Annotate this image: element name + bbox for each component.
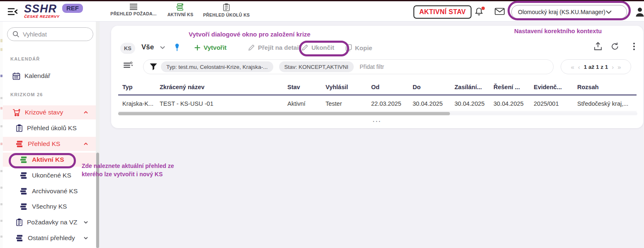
column-header-vyhlasil[interactable]: Vyhlásil bbox=[326, 84, 371, 90]
stack-icon bbox=[16, 141, 24, 148]
column-header-typ[interactable]: Typ bbox=[122, 84, 160, 90]
annotation-active-ks-hint: Zde naleznete aktuální přehled ze kteréh… bbox=[82, 162, 183, 178]
notification-dot bbox=[481, 7, 485, 10]
sidebar-item-vsechny-ks[interactable]: Všechny KS bbox=[3, 199, 96, 214]
scope-chip-ks[interactable]: KS bbox=[120, 43, 135, 54]
column-header-od[interactable]: Od bbox=[371, 84, 413, 90]
sidebar: KALENDÁŘ Kalendář KRIZKOM 26 Krizové sta… bbox=[3, 22, 96, 248]
horizontal-scrollbar[interactable] bbox=[118, 112, 637, 115]
sidebar-item-prehled-ks[interactable]: Přehled KS bbox=[3, 137, 96, 151]
pencil-icon bbox=[248, 44, 255, 51]
next-page-button[interactable]: › bbox=[612, 64, 614, 70]
annotation-context-hint: Nastavení korektního kontextu bbox=[514, 28, 602, 34]
goto-detail-button[interactable]: Přejít na detail bbox=[248, 44, 301, 51]
goto-detail-label: Přejít na detail bbox=[258, 44, 301, 51]
sidebar-item-krizove-stavy[interactable]: Krizové stavy bbox=[3, 105, 96, 119]
logo-subtitle: ČESKÉ REZERVY bbox=[24, 14, 70, 19]
chevron-down-icon bbox=[605, 10, 622, 14]
sidebar-item-label: Všechny KS bbox=[32, 203, 67, 210]
sidebar-item-prehled-ukolu-ks[interactable]: Přehled úkolů KS bbox=[3, 121, 96, 135]
column-header-rozsah[interactable]: Rozsah bbox=[577, 84, 638, 90]
sidebar-item-ostatni-prehledy[interactable]: Ostatní přehledy bbox=[3, 231, 96, 245]
minimap-tick bbox=[0, 220, 2, 222]
sidebar-item-label: Krizové stavy bbox=[25, 109, 63, 116]
messages-mail-icon[interactable] bbox=[494, 7, 505, 17]
minimap-tick bbox=[0, 48, 2, 51]
sidebar-item-label: Aktivní KS bbox=[32, 156, 64, 163]
ks-list-card: KS Vše Vytvořit Přejít na detail bbox=[111, 26, 643, 128]
minimap-tick bbox=[0, 97, 2, 99]
density-settings-icon[interactable] bbox=[123, 61, 134, 72]
export-icon[interactable] bbox=[593, 41, 603, 51]
topnav-prehled-ukolu-ks[interactable]: PŘEHLED ÚKOLŮ KS bbox=[201, 3, 252, 17]
sidebar-item-kalendar[interactable]: Kalendář bbox=[3, 69, 96, 83]
calendar-icon bbox=[12, 72, 20, 80]
context-dropdown-value: Olomoucký kraj (KS.KU.Manager) bbox=[518, 9, 605, 15]
sidebar-item-label: Přehled KS bbox=[28, 140, 60, 148]
cell-reseni: 30.04.2025 bbox=[493, 100, 534, 107]
minimap-tick bbox=[0, 236, 2, 238]
page-minimap-strip bbox=[0, 22, 3, 248]
last-page-button[interactable]: » bbox=[617, 64, 621, 70]
column-header-stav[interactable]: Stav bbox=[287, 84, 326, 90]
stack-icon bbox=[20, 172, 28, 179]
column-header-reseni[interactable]: Řešení ... bbox=[493, 84, 534, 90]
topnav-label: AKTIVNÍ KS bbox=[168, 12, 194, 17]
more-menu-icon[interactable] bbox=[629, 41, 639, 51]
cell-stav: Aktivní bbox=[287, 100, 326, 107]
clipboard-icon bbox=[16, 219, 23, 226]
stack-icon bbox=[16, 235, 24, 242]
search-input[interactable] bbox=[23, 31, 85, 38]
column-header-zkraceny-nazev[interactable]: Zkrácený název bbox=[160, 84, 287, 90]
table-row[interactable]: Krajska-K... TEST - KS-USU -01 Aktivní T… bbox=[122, 100, 638, 107]
menu-lines-icon bbox=[129, 3, 138, 10]
topnav-prehled-pozadavku[interactable]: PŘEHLED POŽADA... bbox=[109, 3, 158, 16]
view-selector[interactable]: Vše bbox=[141, 43, 165, 51]
copy-button[interactable]: Kopie bbox=[345, 44, 372, 51]
filter-chip-typ[interactable]: Typ: test.mu, Celostatni-Krize, Krajska-… bbox=[161, 61, 273, 72]
cell-typ: Krajska-K... bbox=[122, 100, 160, 107]
refresh-icon[interactable] bbox=[610, 41, 620, 51]
pin-view-icon[interactable] bbox=[173, 43, 182, 52]
active-state-label: AKTIVNÍ STAV bbox=[419, 8, 466, 16]
add-filter-button[interactable]: Přidat filtr bbox=[360, 63, 384, 70]
sidebar-search[interactable] bbox=[7, 27, 93, 41]
cell-do: 30.04.2025 bbox=[413, 100, 454, 107]
finish-button[interactable]: Ukončit bbox=[301, 44, 334, 51]
topnav-label: PŘEHLED POŽADA... bbox=[110, 11, 156, 16]
chevron-down-icon bbox=[83, 236, 88, 240]
create-button-label: Vytvořit bbox=[204, 44, 226, 51]
filter-bar: Typ: test.mu, Celostatni-Krize, Krajska-… bbox=[143, 59, 554, 74]
context-dropdown[interactable]: Olomoucký kraj (KS.KU.Manager) bbox=[511, 5, 627, 19]
minimap-tick bbox=[0, 187, 2, 189]
chevron-down-icon bbox=[83, 221, 88, 224]
notifications-bell-icon[interactable] bbox=[474, 7, 485, 17]
sidebar-item-archivovane-ks[interactable]: Archivované KS bbox=[3, 184, 96, 198]
clipboard-icon bbox=[16, 124, 23, 132]
column-header-zasilani[interactable]: Zasílání... bbox=[454, 84, 493, 90]
active-state-button[interactable]: AKTIVNÍ STAV bbox=[413, 5, 471, 19]
user-avatar-icon[interactable] bbox=[635, 7, 644, 17]
first-page-button[interactable]: « bbox=[571, 64, 574, 70]
copy-icon bbox=[345, 44, 352, 51]
topnav-aktivni-ks[interactable]: AKTIVNÍ KS bbox=[163, 3, 198, 17]
collapse-menu-icon[interactable] bbox=[7, 7, 19, 17]
column-header-evidencni[interactable]: Evidenč... bbox=[534, 84, 577, 90]
sidebar-scrollbar[interactable] bbox=[96, 22, 100, 248]
column-header-do[interactable]: Do bbox=[413, 84, 454, 90]
annotation-create-hint: Vytvoří dialogové okno pro založení kriz… bbox=[189, 31, 311, 38]
chevron-down-icon bbox=[160, 46, 165, 49]
horizontal-scrollbar-thumb[interactable] bbox=[118, 112, 450, 115]
environment-badge: REF bbox=[62, 4, 83, 13]
stack-green-icon bbox=[20, 156, 28, 163]
create-button[interactable]: Vytvořit bbox=[194, 44, 226, 51]
pagination: « ‹ 1 až 1 z 1 › » bbox=[561, 59, 631, 74]
view-selector-value: Vše bbox=[141, 43, 154, 51]
filter-funnel-icon[interactable] bbox=[149, 63, 158, 71]
sidebar-item-pozadavky-na-vz[interactable]: Požadavky na VZ bbox=[3, 215, 96, 229]
minimap-tick bbox=[0, 203, 2, 205]
filter-chip-stav[interactable]: Stav: KONCEPT,AKTIVNI bbox=[279, 61, 354, 72]
minimap-tick bbox=[0, 39, 2, 42]
prev-page-button[interactable]: ‹ bbox=[578, 64, 580, 70]
sidebar-section-krizkom: KRIZKOM 26 bbox=[10, 92, 43, 97]
